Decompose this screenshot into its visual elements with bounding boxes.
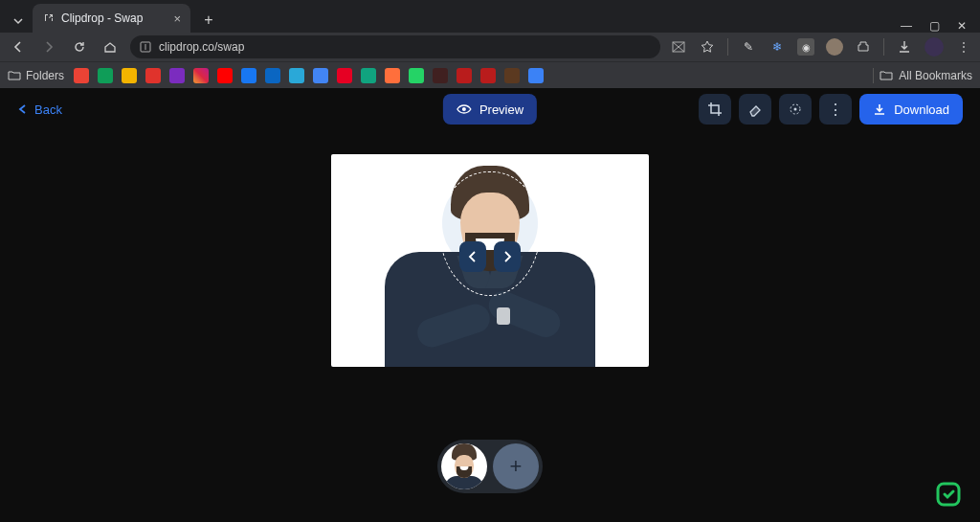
svg-point-2 <box>462 107 466 111</box>
bookmark-whatsapp-icon[interactable] <box>409 68 424 83</box>
bookmark-folder-label: Folders <box>26 69 64 82</box>
bookmark-app-cyan-icon[interactable] <box>289 68 304 83</box>
home-button[interactable] <box>100 36 121 57</box>
crop-button[interactable] <box>699 94 731 125</box>
maximize-icon[interactable]: ▢ <box>929 19 940 33</box>
nav-forward-button[interactable] <box>38 36 59 57</box>
url-text: clipdrop.co/swap <box>159 40 244 54</box>
eye-icon <box>457 102 472 117</box>
download-icon <box>873 102 886 116</box>
brand-badge-icon <box>932 478 965 511</box>
minimize-icon[interactable]: — <box>901 19 912 33</box>
bookmark-app-dark-icon[interactable] <box>433 68 448 83</box>
bookmark-facebook-icon[interactable] <box>241 68 256 83</box>
ext-pencil-icon[interactable]: ✎ <box>740 38 757 56</box>
site-info-icon[interactable] <box>140 41 151 53</box>
face-tray: + <box>437 440 543 493</box>
bookmark-folder[interactable]: Folders <box>8 69 64 82</box>
bookmark-app-20-icon[interactable] <box>504 68 520 83</box>
bookmark-pinterest-icon[interactable] <box>337 68 352 83</box>
bookmark-drive-icon[interactable] <box>98 68 113 83</box>
all-bookmarks-link[interactable]: All Bookmarks <box>899 69 972 82</box>
close-window-icon[interactable]: ✕ <box>957 19 967 33</box>
ext-camera-icon[interactable]: ◉ <box>797 38 814 56</box>
profile-avatar-icon[interactable] <box>924 37 944 57</box>
tab-search-dropdown[interactable] <box>8 10 29 33</box>
bookmark-chili-2-icon[interactable] <box>480 68 496 83</box>
address-bar: clipdrop.co/swap ✎ ❄ ◉ ⋮ <box>0 33 980 61</box>
browser-menu-icon[interactable]: ⋮ <box>955 38 972 56</box>
add-face-button[interactable]: + <box>493 443 539 489</box>
face-nav-arrows <box>459 241 521 272</box>
bookmark-star-icon[interactable] <box>699 38 716 56</box>
extensions-icon[interactable] <box>855 38 872 56</box>
bookmark-app-red-icon[interactable] <box>145 68 161 83</box>
preview-label: Preview <box>479 102 523 117</box>
tab-title: Clipdrop - Swap <box>61 11 167 25</box>
preview-button[interactable]: Preview <box>443 94 537 125</box>
reload-button[interactable] <box>69 36 90 57</box>
ext-snowflake-icon[interactable]: ❄ <box>768 38 786 56</box>
back-button[interactable]: Back <box>17 102 62 117</box>
plus-icon: + <box>510 454 523 479</box>
new-tab-button[interactable]: + <box>196 8 221 33</box>
next-face-button[interactable] <box>494 241 521 272</box>
bookmark-gmail-icon[interactable] <box>74 68 89 83</box>
bookmark-youtube-icon[interactable] <box>217 68 233 83</box>
bookmark-app-orange-icon[interactable] <box>385 68 400 83</box>
media-icon[interactable] <box>670 38 687 56</box>
svg-point-4 <box>794 108 797 111</box>
bookmark-icon-row <box>74 68 544 83</box>
bookmark-app-blue-icon[interactable] <box>313 68 328 83</box>
bookmark-app-teal-icon[interactable] <box>361 68 376 83</box>
window-controls: — ▢ ✕ <box>887 19 980 33</box>
app-content: Back Preview ⋮ Download <box>0 88 980 522</box>
editor-canvas[interactable] <box>331 154 649 367</box>
erase-button[interactable] <box>739 94 771 125</box>
bookmark-chili-1-icon[interactable] <box>457 68 472 83</box>
tab-favicon <box>42 11 56 25</box>
nav-back-button[interactable] <box>8 36 29 57</box>
browser-tab-strip: Clipdrop - Swap × + — ▢ ✕ <box>0 0 980 33</box>
bookmark-sparkle-icon[interactable] <box>528 68 544 83</box>
browser-tab-active[interactable]: Clipdrop - Swap × <box>33 4 190 33</box>
more-menu-button[interactable]: ⋮ <box>819 94 852 125</box>
bookmark-linkedin-icon[interactable] <box>265 68 280 83</box>
enhance-button[interactable] <box>779 94 812 125</box>
downloads-icon[interactable] <box>896 38 913 56</box>
bookmark-bookmark-app-icon[interactable] <box>122 68 137 83</box>
bookmarks-bar: Folders All Bookmarks <box>0 61 980 88</box>
close-icon[interactable]: × <box>173 11 181 26</box>
download-label: Download <box>894 102 949 117</box>
download-button[interactable]: Download <box>859 94 963 125</box>
app-toolbar: Back Preview ⋮ Download <box>0 88 980 130</box>
face-thumbnail-1[interactable] <box>441 443 487 489</box>
back-label: Back <box>34 102 62 117</box>
prev-face-button[interactable] <box>459 241 486 272</box>
url-input[interactable]: clipdrop.co/swap <box>130 35 660 58</box>
bookmark-instagram-icon[interactable] <box>193 68 209 83</box>
ext-avatar-icon[interactable] <box>826 38 843 56</box>
bookmark-app-x-icon[interactable] <box>169 68 185 83</box>
